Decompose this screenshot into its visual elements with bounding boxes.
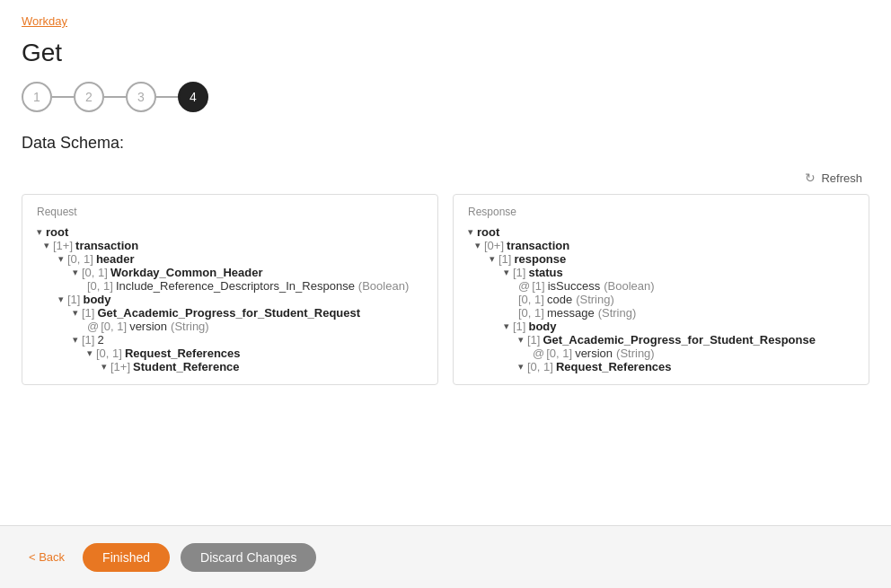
request-panel: Request ▾ root ▾ [1+] transaction ▾ [0, … bbox=[22, 194, 438, 385]
tree-row: ▾ [1+] Student_Reference bbox=[37, 360, 423, 373]
step-2[interactable]: 2 bbox=[74, 82, 104, 112]
discard-changes-button[interactable]: Discard Changes bbox=[181, 543, 316, 572]
tree-row: ▾ [1] Get_Academic_Progress_for_Student_… bbox=[468, 333, 854, 347]
tree-row: ▾ [1] status bbox=[468, 266, 854, 279]
tree-row: ▾ [1] Get_Academic_Progress_for_Student_… bbox=[37, 306, 423, 320]
caret-icon: ▾ bbox=[468, 226, 473, 238]
tree-row: [0, 1] message (String) bbox=[468, 306, 854, 320]
caret-icon: ▾ bbox=[73, 307, 78, 319]
response-tree: ▾ root ▾ [0+] transaction ▾ [1] response… bbox=[468, 225, 854, 373]
refresh-bar: ↻ Refresh bbox=[22, 167, 869, 189]
caret-icon: ▾ bbox=[44, 240, 49, 251]
caret-icon: ▾ bbox=[518, 334, 524, 346]
caret-icon: ▾ bbox=[101, 361, 107, 373]
tree-row: @ [1] isSuccess (Boolean) bbox=[468, 279, 854, 293]
response-panel: Response ▾ root ▾ [0+] transaction ▾ [1]… bbox=[453, 194, 869, 385]
step-connector-2 bbox=[104, 96, 126, 98]
refresh-icon: ↻ bbox=[805, 171, 816, 185]
request-panel-label: Request bbox=[37, 206, 423, 218]
tree-row: ▾ [1] body bbox=[37, 293, 423, 306]
bottom-bar: < Back Finished Discard Changes bbox=[0, 525, 891, 588]
finished-button[interactable]: Finished bbox=[83, 543, 170, 572]
tree-row: ▾ [1] 2 bbox=[37, 333, 423, 347]
step-4[interactable]: 4 bbox=[178, 82, 208, 112]
tree-row: ▾ [0, 1] Request_References bbox=[468, 360, 854, 373]
panels-container: Request ▾ root ▾ [1+] transaction ▾ [0, … bbox=[22, 194, 869, 385]
tree-row: ▾ [0, 1] Request_References bbox=[37, 347, 423, 360]
caret-icon: ▾ bbox=[504, 267, 509, 278]
tree-row: ▾ root bbox=[37, 225, 423, 239]
caret-icon: ▾ bbox=[37, 226, 42, 238]
caret-icon: ▾ bbox=[87, 347, 93, 359]
tree-row: ▾ [1+] transaction bbox=[37, 239, 423, 252]
caret-icon: ▾ bbox=[504, 320, 509, 332]
tree-row: ▾ root bbox=[468, 225, 854, 239]
tree-row: ▾ [0+] transaction bbox=[468, 239, 854, 252]
tree-row: ▾ [0, 1] header bbox=[37, 252, 423, 266]
step-connector-3 bbox=[156, 96, 178, 98]
page-wrapper: Workday Get 1 2 3 4 Data Schema: ↻ Refre… bbox=[0, 0, 891, 588]
caret-icon: ▾ bbox=[475, 240, 481, 251]
caret-icon: ▾ bbox=[518, 361, 524, 373]
caret-icon: ▾ bbox=[58, 253, 64, 265]
step-3[interactable]: 3 bbox=[126, 82, 156, 112]
tree-row: ▾ [0, 1] Workday_Common_Header bbox=[37, 266, 423, 279]
response-panel-label: Response bbox=[468, 206, 854, 218]
breadcrumb[interactable]: Workday bbox=[22, 14, 869, 28]
tree-row: @ [0, 1] version (String) bbox=[37, 320, 423, 333]
tree-row: [0, 1] code (String) bbox=[468, 293, 854, 306]
tree-row: [0, 1] Include_Reference_Descriptors_In_… bbox=[37, 279, 423, 293]
back-button[interactable]: < Back bbox=[22, 547, 72, 567]
tree-row: @ [0, 1] version (String) bbox=[468, 347, 854, 360]
caret-icon: ▾ bbox=[490, 253, 495, 265]
caret-icon: ▾ bbox=[58, 294, 64, 305]
refresh-button[interactable]: ↻ Refresh bbox=[798, 167, 869, 189]
tree-row: ▾ [1] body bbox=[468, 320, 854, 333]
step-connector-1 bbox=[52, 96, 74, 98]
steps-container: 1 2 3 4 bbox=[22, 82, 869, 112]
page-title: Get bbox=[22, 39, 869, 67]
request-tree: ▾ root ▾ [1+] transaction ▾ [0, 1] heade… bbox=[37, 225, 423, 373]
caret-icon: ▾ bbox=[73, 267, 78, 278]
caret-icon: ▾ bbox=[73, 334, 78, 346]
data-schema-label: Data Schema: bbox=[22, 134, 869, 153]
step-1[interactable]: 1 bbox=[22, 82, 52, 112]
tree-row: ▾ [1] response bbox=[468, 252, 854, 266]
